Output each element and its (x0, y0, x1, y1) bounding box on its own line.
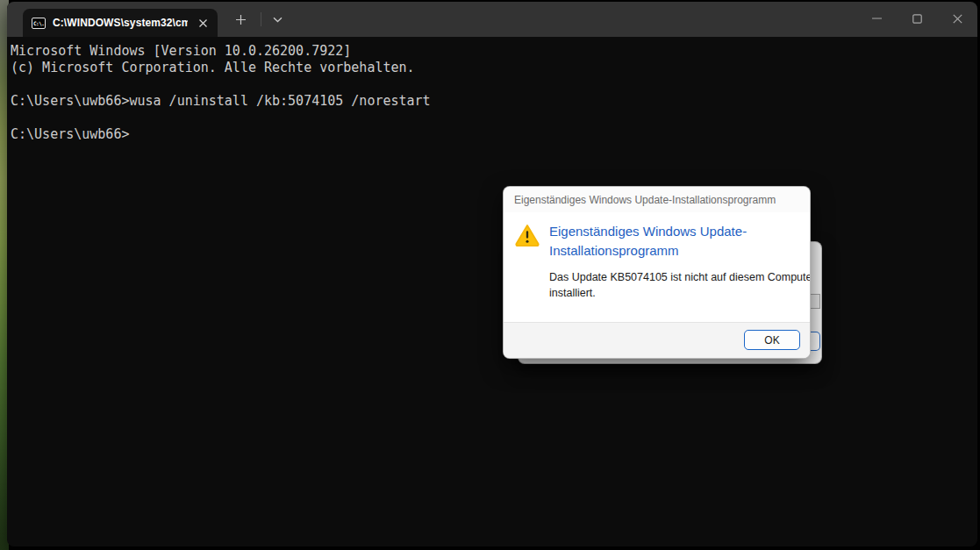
terminal-line: Microsoft Windows [Version 10.0.26200.79… (11, 43, 972, 60)
close-icon (953, 14, 962, 24)
terminal-output-area[interactable]: Microsoft Windows [Version 10.0.26200.79… (7, 37, 977, 546)
new-tab-button[interactable] (228, 7, 253, 32)
plus-icon (235, 14, 247, 25)
cmd-prompt-icon: C:\. (32, 18, 46, 29)
dialog-message: Das Update KB5074105 ist nicht auf diese… (549, 270, 811, 301)
warning-icon (515, 224, 540, 250)
tab-dropdown-button[interactable] (265, 7, 290, 32)
chevron-down-icon (273, 17, 283, 23)
tab-title: C:\WINDOWS\system32\cmd. (53, 17, 188, 29)
dialog-titlebar[interactable]: Eigenständiges Windows Update-Installati… (504, 187, 810, 212)
maximize-icon (912, 14, 922, 24)
titlebar-divider (261, 12, 261, 26)
maximize-button[interactable] (897, 2, 937, 35)
minimize-icon (872, 18, 882, 19)
dialog-heading: Eigenständiges Windows Update-Installati… (549, 222, 764, 261)
terminal-tab-cmd[interactable]: C:\. C:\WINDOWS\system32\cmd. (23, 9, 218, 37)
window-controls (856, 2, 977, 37)
terminal-window: C:\. C:\WINDOWS\system32\cmd. (7, 2, 977, 546)
minimize-button[interactable] (856, 2, 897, 35)
terminal-line (11, 110, 972, 126)
terminal-line: C:\Users\uwb66>wusa /uninstall /kb:50741… (11, 93, 972, 110)
dialog-footer: OK (504, 322, 810, 358)
wusa-message-dialog: Eigenständiges Windows Update-Installati… (503, 186, 811, 359)
dialog-title: Eigenständiges Windows Update-Installati… (514, 194, 776, 206)
terminal-prompt-line: C:\Users\uwb66> (11, 126, 972, 143)
terminal-line (11, 76, 972, 93)
close-button[interactable] (937, 2, 977, 35)
terminal-titlebar[interactable]: C:\. C:\WINDOWS\system32\cmd. (7, 2, 977, 37)
ok-button[interactable]: OK (744, 330, 800, 350)
dialog-body: Eigenständiges Windows Update-Installati… (504, 212, 810, 322)
terminal-line: (c) Microsoft Corporation. Alle Rechte v… (11, 60, 972, 76)
tab-close-icon[interactable] (195, 15, 211, 31)
